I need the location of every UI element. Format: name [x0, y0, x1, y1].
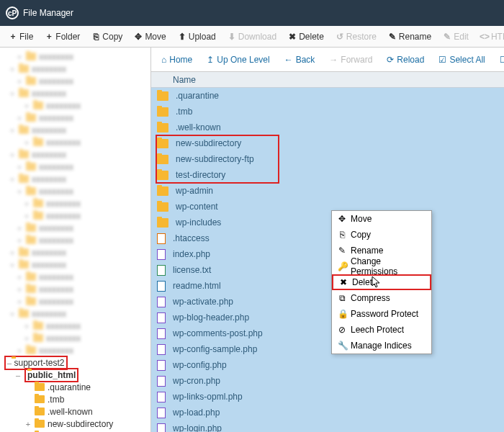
- home-button[interactable]: ⌂Home: [156, 55, 198, 65]
- tree-item[interactable]: +xxxxxxxx: [0, 283, 150, 295]
- table-row[interactable]: wp-admin: [151, 183, 504, 199]
- tree-item[interactable]: +xxxxxxxx: [0, 87, 150, 99]
- menu-label: Rename: [351, 246, 383, 256]
- menu-item-leech-protect[interactable]: ⊘Leech Protect: [332, 322, 431, 338]
- menu-label: Manage Indices: [351, 341, 412, 351]
- tree-item[interactable]: .well-known: [0, 405, 150, 418]
- tree-item[interactable]: +xxxxxxxx: [0, 295, 150, 307]
- tree-item[interactable]: +xxxxxxxx: [0, 185, 150, 197]
- rename-button[interactable]: ✎Rename: [382, 27, 437, 47]
- menu-item-copy[interactable]: ⎘Copy: [332, 227, 431, 243]
- delete-button[interactable]: ✖Delete: [282, 27, 330, 47]
- html-editor-button[interactable]: <>HTML Editor: [474, 27, 504, 47]
- menu-item-change-permissions[interactable]: 🔑Change Permissions: [332, 258, 431, 274]
- tree-item[interactable]: +new-subdirectory: [0, 418, 150, 430]
- table-row[interactable]: wp-includes: [151, 215, 504, 230]
- table-row[interactable]: wp-links-opml.php: [151, 389, 504, 405]
- upload-button[interactable]: ⬆Upload: [172, 27, 222, 47]
- back-button[interactable]: ←Back: [279, 55, 321, 65]
- file-button[interactable]: +File: [3, 27, 39, 47]
- tree-item[interactable]: +xxxxxxxx: [0, 136, 150, 148]
- file-name: license.txt: [173, 265, 211, 275]
- download-button[interactable]: ⬇Download: [222, 27, 282, 47]
- tree-item[interactable]: +xxxxxxxx: [0, 258, 150, 271]
- menu-item-move[interactable]: ✥Move: [332, 211, 431, 227]
- menu-item-password-protect[interactable]: 🔒Password Protect: [332, 306, 431, 322]
- tree-item[interactable]: +xxxxxxxx: [0, 161, 150, 173]
- tree-item[interactable]: +xxxxxxxx: [0, 344, 150, 356]
- tree-item[interactable]: +xxxxxxxx: [0, 307, 150, 320]
- tree-item[interactable]: +xxxxxxxx: [0, 75, 150, 87]
- menu-item-manage-indices[interactable]: 🔧Manage Indices: [332, 338, 431, 354]
- tree-item[interactable]: +xxxxxxxx: [0, 246, 150, 258]
- table-row[interactable]: new-subdirectory-ftp: [151, 151, 504, 167]
- table-row[interactable]: wp-cron.php: [151, 373, 504, 389]
- file-icon: [157, 344, 166, 355]
- table-row[interactable]: readme.html: [151, 278, 504, 294]
- check-icon: ☑: [438, 55, 446, 65]
- forward-button[interactable]: →Forward: [323, 55, 378, 65]
- tree-item[interactable]: +xxxxxxxx: [0, 99, 150, 112]
- file-list[interactable]: .quarantine.tmb.well-knownnew-subdirecto…: [151, 88, 504, 432]
- table-row[interactable]: license.txt: [151, 262, 504, 278]
- tree-item[interactable]: .tmb: [0, 393, 150, 405]
- tree-item[interactable]: .quarantine: [0, 381, 150, 393]
- tree-item[interactable]: +xxxxxxxx: [0, 112, 150, 124]
- plus-icon: +: [45, 32, 53, 41]
- table-row[interactable]: wp-load.php: [151, 405, 504, 420]
- context-menu[interactable]: ✥Move⎘Copy✎Rename🔑Change Permissions✖Del…: [331, 210, 432, 354]
- table-row[interactable]: .htaccess: [151, 230, 504, 246]
- table-row[interactable]: wp-config.php: [151, 357, 504, 373]
- file-name: wp-comments-post.php: [173, 328, 263, 338]
- column-header[interactable]: Name: [151, 72, 504, 88]
- tree-item[interactable]: +xxxxxxxx: [0, 210, 150, 222]
- table-row[interactable]: wp-blog-header.php: [151, 310, 504, 325]
- table-row[interactable]: .tmb: [151, 104, 504, 120]
- folder-tree[interactable]: +xxxxxxxx+xxxxxxxx+xxxxxxxx+xxxxxxxx+xxx…: [0, 48, 151, 432]
- table-row[interactable]: test-directory: [151, 167, 504, 183]
- table-row[interactable]: new-subdirectory: [151, 135, 504, 151]
- file-icon: [157, 328, 166, 339]
- plus-icon: +: [9, 32, 17, 41]
- table-row[interactable]: .quarantine: [151, 88, 504, 104]
- table-row[interactable]: wp-login.php: [151, 420, 504, 432]
- tree-item[interactable]: +xxxxxxxx: [0, 234, 150, 246]
- file-name: .tmb: [176, 107, 192, 117]
- tree-item[interactable]: +xxxxxxxx: [0, 124, 150, 136]
- folder-button[interactable]: +Folder: [39, 27, 86, 47]
- table-row[interactable]: .well-known: [151, 120, 504, 135]
- file-name: test-directory: [176, 170, 225, 180]
- tree-item[interactable]: +xxxxxxxx: [0, 173, 150, 185]
- tree-item[interactable]: +xxxxxxxx: [0, 271, 150, 283]
- reload-button[interactable]: ⟳Reload: [381, 55, 430, 65]
- table-row[interactable]: wp-activate.php: [151, 294, 504, 310]
- file-name: wp-includes: [176, 217, 221, 228]
- select-all-button[interactable]: ☑Select All: [433, 55, 490, 65]
- restore-button[interactable]: ↺Restore: [330, 27, 382, 47]
- table-row[interactable]: wp-config-sample.php: [151, 341, 504, 357]
- table-row[interactable]: wp-comments-post.php: [151, 325, 504, 341]
- tree-item[interactable]: +xxxxxxxx: [0, 332, 150, 344]
- table-row[interactable]: index.php: [151, 246, 504, 262]
- edit-button[interactable]: ✎Edit: [437, 27, 474, 47]
- unselect-all-button[interactable]: ☐Unselect All: [494, 55, 504, 65]
- up-button[interactable]: ↥Up One Level: [201, 55, 275, 65]
- tree-item-child[interactable]: – public_html: [0, 369, 150, 381]
- menu-icon: ✎: [338, 246, 346, 256]
- tree-item[interactable]: +xxxxxxxx: [0, 320, 150, 332]
- menu-item-delete[interactable]: ✖Delete: [332, 274, 431, 290]
- tree-item[interactable]: +xxxxxxxx: [0, 63, 150, 75]
- file-name: .htaccess: [173, 233, 210, 243]
- table-row[interactable]: wp-content: [151, 199, 504, 215]
- move-button[interactable]: ✥Move: [128, 27, 171, 47]
- tree-item[interactable]: +xxxxxxxx: [0, 222, 150, 234]
- tree-item-root[interactable]: – support-test2: [0, 356, 150, 369]
- copy-button[interactable]: ⎘Copy: [86, 27, 128, 47]
- menu-item-compress[interactable]: ⧉Compress: [332, 290, 431, 306]
- file-icon: [157, 265, 166, 276]
- tree-item[interactable]: +xxxxxxxx: [0, 148, 150, 161]
- tree-item[interactable]: +xxxxxxxx: [0, 50, 150, 63]
- tree-item[interactable]: +xxxxxxxx: [0, 197, 150, 210]
- folder-icon: [157, 91, 168, 101]
- cpanel-icon: cP: [6, 6, 19, 19]
